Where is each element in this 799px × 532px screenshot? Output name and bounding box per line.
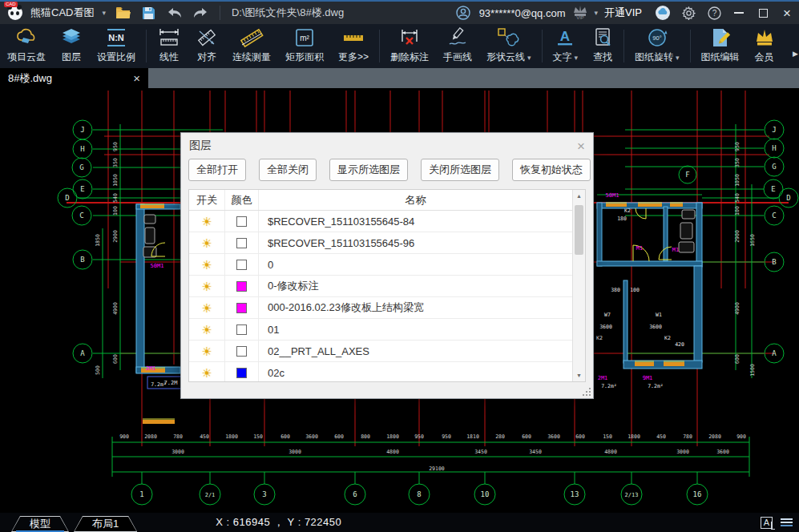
svg-text:350: 350 <box>734 158 740 167</box>
tab-close-icon[interactable]: × <box>133 71 140 85</box>
layer-visibility-bulb-icon[interactable]: ☀ <box>201 324 212 336</box>
layer-row[interactable]: ☀01 <box>189 319 572 341</box>
svg-text:1050: 1050 <box>734 174 740 187</box>
layer-table-scrollbar[interactable]: ▲ ▼ <box>572 190 585 381</box>
layer-dialog-button-0[interactable]: 全部打开 <box>188 159 246 181</box>
scroll-up-icon[interactable]: ▲ <box>573 190 585 202</box>
svg-text:3600: 3600 <box>649 324 662 330</box>
layer-visibility-bulb-icon[interactable]: ☀ <box>201 237 212 249</box>
layer-dialog-button-1[interactable]: 全部关闭 <box>259 159 317 181</box>
toolbar-item-set-scale[interactable]: N:N设置比例 <box>90 24 143 68</box>
toolbar-item-delete-annotation[interactable]: 删除标注 <box>383 24 436 68</box>
undo-icon[interactable] <box>164 4 185 22</box>
toolbar-item-rotate-drawing[interactable]: 90°图纸旋转▾ <box>627 24 687 68</box>
maximize-button[interactable] <box>751 2 775 24</box>
toolbar-item-revision-cloud[interactable]: 形状云线▾ <box>479 24 539 68</box>
toolbar-item-edit-drawing[interactable]: 图纸编辑 <box>694 24 747 68</box>
toolbar-overflow-icon[interactable]: ▶ <box>793 50 798 58</box>
layer-dialog: 图层 × 全部打开全部关闭显示所选图层关闭所选图层恢复初始状态 开关 颜色 名称… <box>180 132 594 399</box>
toolbar-item-more[interactable]: 更多>> <box>331 24 376 68</box>
extract-text-icon[interactable]: A <box>761 517 773 529</box>
svg-text:1: 1 <box>139 490 143 498</box>
list-icon[interactable] <box>781 518 793 526</box>
drawing-tab[interactable]: 8#楼.dwg × <box>0 68 148 88</box>
toolbar-item-text[interactable]: A文字▾ <box>546 24 586 68</box>
svg-text:4800: 4800 <box>604 449 617 455</box>
layer-color-swatch[interactable] <box>236 260 247 270</box>
toolbar-item-cloud-disk[interactable]: 项目云盘 <box>0 24 53 68</box>
layer-color-swatch[interactable] <box>236 216 247 227</box>
layer-row[interactable]: ☀02__PRT_ALL_AXES <box>189 341 572 362</box>
minimize-button[interactable] <box>727 2 751 24</box>
toolbar-item-linear[interactable]: 线性 <box>150 24 188 68</box>
layer-name: 02c <box>259 367 572 379</box>
dialog-resize-grip[interactable] <box>583 388 591 396</box>
toolbar-item-freehand-line[interactable]: 手画线 <box>436 24 479 68</box>
freehand-icon <box>446 26 469 49</box>
scroll-down-icon[interactable]: ▼ <box>573 369 585 381</box>
layer-row[interactable]: ☀000-2016.02.23修改板上结构梁宽 <box>189 297 572 319</box>
layer-color-swatch[interactable] <box>236 324 247 335</box>
layer-name: 0-修改标注 <box>259 279 572 293</box>
redo-icon[interactable] <box>190 4 211 22</box>
dropdown-chevron-icon[interactable]: ▾ <box>575 54 579 62</box>
layer-row[interactable]: ☀$RECOVER_151103155645-84 <box>189 211 572 232</box>
toolbar-item-label: 文字▾ <box>553 50 579 64</box>
scrollbar-thumb[interactable] <box>575 205 583 255</box>
layer-visibility-bulb-icon[interactable]: ☀ <box>201 216 212 228</box>
settings-gear-icon[interactable] <box>678 4 699 22</box>
layer-row[interactable]: ☀$RECOVER_151103155645-96 <box>189 232 572 254</box>
text-icon: A <box>555 26 575 49</box>
upgrade-vip-button[interactable]: 开通VIP <box>604 6 642 20</box>
layer-visibility-bulb-icon[interactable]: ☀ <box>201 345 212 357</box>
layer-visibility-bulb-icon[interactable]: ☀ <box>201 259 212 271</box>
layer-visibility-bulb-icon[interactable]: ☀ <box>201 302 212 314</box>
layer-row[interactable]: ☀02c <box>189 362 572 381</box>
layer-visibility-bulb-icon[interactable]: ☀ <box>201 367 212 379</box>
toolbar-item-member[interactable]: 会员 <box>747 24 782 68</box>
delete-dim-icon <box>398 26 421 49</box>
toolbar-item-align[interactable]: 对齐 <box>188 24 225 68</box>
layer-visibility-bulb-icon[interactable]: ☀ <box>201 280 212 292</box>
layer-dialog-button-2[interactable]: 显示所选图层 <box>329 159 408 181</box>
toolbar-item-rect-area[interactable]: m²矩形面积 <box>278 24 331 68</box>
layer-color-swatch[interactable] <box>236 238 247 248</box>
toolbar-item-layers[interactable]: 图层 <box>53 24 90 68</box>
layer-dialog-button-3[interactable]: 关闭所选图层 <box>421 159 499 181</box>
dropdown-chevron-icon[interactable]: ▾ <box>527 54 531 62</box>
svg-text:3600: 3600 <box>305 433 318 440</box>
toolbar-item-continuous-measure[interactable]: 连续测量 <box>225 24 278 68</box>
file-path: D:\图纸文件夹\8#楼.dwg <box>232 6 450 20</box>
open-file-button[interactable] <box>113 4 134 22</box>
space-tab-layout[interactable]: 布局1 <box>74 516 137 532</box>
dropdown-chevron-icon[interactable]: ▾ <box>676 54 680 62</box>
toolbar-separator <box>690 30 691 62</box>
toolbar-item-label: 会员 <box>755 50 774 64</box>
layer-color-swatch[interactable] <box>236 368 247 378</box>
account-email[interactable]: 93******0@qq.com <box>479 7 566 19</box>
vip-chevron-icon[interactable]: ▾ <box>595 9 599 17</box>
svg-text:350: 350 <box>112 158 119 167</box>
vip-crown-icon[interactable]: VIP <box>571 4 590 22</box>
help-icon[interactable]: ? <box>704 4 724 22</box>
edit-icon <box>709 26 732 49</box>
layer-dialog-close-icon[interactable]: × <box>577 139 585 153</box>
svg-text:4800: 4800 <box>386 449 399 455</box>
svg-text:950: 950 <box>414 433 424 440</box>
save-button[interactable] <box>139 4 159 22</box>
space-tab-model[interactable]: 模型 <box>11 516 69 532</box>
layer-row[interactable]: ☀0 <box>189 254 572 276</box>
app-menu-chevron-icon[interactable]: ▾ <box>102 9 106 17</box>
svg-text:150: 150 <box>253 433 263 440</box>
toolbar-item-find[interactable]: 查找 <box>585 24 620 68</box>
layer-row[interactable]: ☀0-修改标注 <box>189 276 572 297</box>
svg-text:6: 6 <box>353 490 357 498</box>
avatar-icon[interactable] <box>652 4 673 22</box>
layer-dialog-button-4[interactable]: 恢复初始状态 <box>512 159 591 181</box>
layer-color-swatch[interactable] <box>236 346 247 357</box>
svg-text:500: 500 <box>95 365 101 375</box>
layer-color-swatch[interactable] <box>236 303 247 313</box>
layer-dialog-buttons: 全部打开全部关闭显示所选图层关闭所选图层恢复初始状态 <box>181 156 593 187</box>
close-button[interactable]: × <box>775 2 799 24</box>
layer-color-swatch[interactable] <box>236 281 247 292</box>
